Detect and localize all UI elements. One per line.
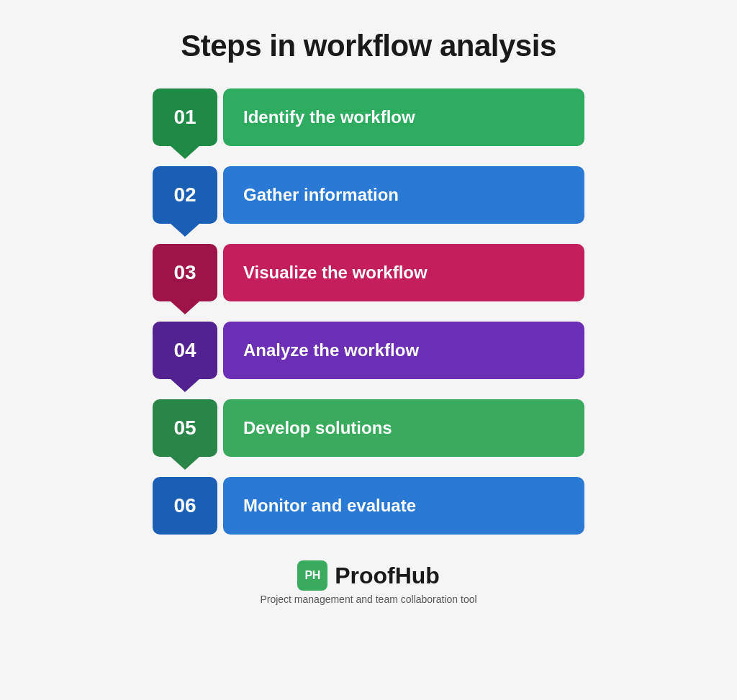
page-container: Steps in workflow analysis 01Identify th… [0, 0, 737, 700]
step-number-wrapper-5: 05 [153, 399, 217, 470]
brand-name: ProofHub [335, 563, 440, 589]
step-number-3: 03 [153, 244, 217, 301]
brand-tagline: Project management and team collaboratio… [260, 594, 476, 605]
step-row-5: 05Develop solutions [153, 399, 584, 470]
page-title: Steps in workflow analysis [181, 29, 556, 63]
step-number-1: 01 [153, 88, 217, 146]
step-number-wrapper-2: 02 [153, 166, 217, 237]
step-number-wrapper-4: 04 [153, 322, 217, 392]
step-number-4: 04 [153, 322, 217, 379]
step-number-wrapper-6: 06 [153, 477, 217, 535]
step-label-5: Develop solutions [223, 399, 584, 457]
brand-section: PH ProofHub Project management and team … [260, 560, 476, 605]
step-arrow-1 [171, 146, 199, 159]
step-row-3: 03Visualize the workflow [153, 244, 584, 314]
step-arrow-4 [171, 379, 199, 392]
step-label-6: Monitor and evaluate [223, 477, 584, 535]
step-number-6: 06 [153, 477, 217, 535]
step-row-1: 01Identify the workflow [153, 88, 584, 159]
step-arrow-5 [171, 457, 199, 470]
step-label-3: Visualize the workflow [223, 244, 584, 301]
steps-container: 01Identify the workflow02Gather informat… [153, 88, 584, 540]
brand-row: PH ProofHub [297, 560, 440, 591]
step-label-1: Identify the workflow [223, 88, 584, 146]
step-row-4: 04Analyze the workflow [153, 322, 584, 392]
step-label-2: Gather information [223, 166, 584, 224]
step-number-wrapper-3: 03 [153, 244, 217, 314]
step-row-2: 02Gather information [153, 166, 584, 237]
step-arrow-3 [171, 301, 199, 314]
step-number-wrapper-1: 01 [153, 88, 217, 159]
step-number-2: 02 [153, 166, 217, 224]
step-label-4: Analyze the workflow [223, 322, 584, 379]
brand-logo: PH [297, 560, 327, 591]
brand-logo-text: PH [305, 569, 320, 582]
step-row-6: 06Monitor and evaluate [153, 477, 584, 535]
step-number-5: 05 [153, 399, 217, 457]
step-arrow-2 [171, 224, 199, 237]
